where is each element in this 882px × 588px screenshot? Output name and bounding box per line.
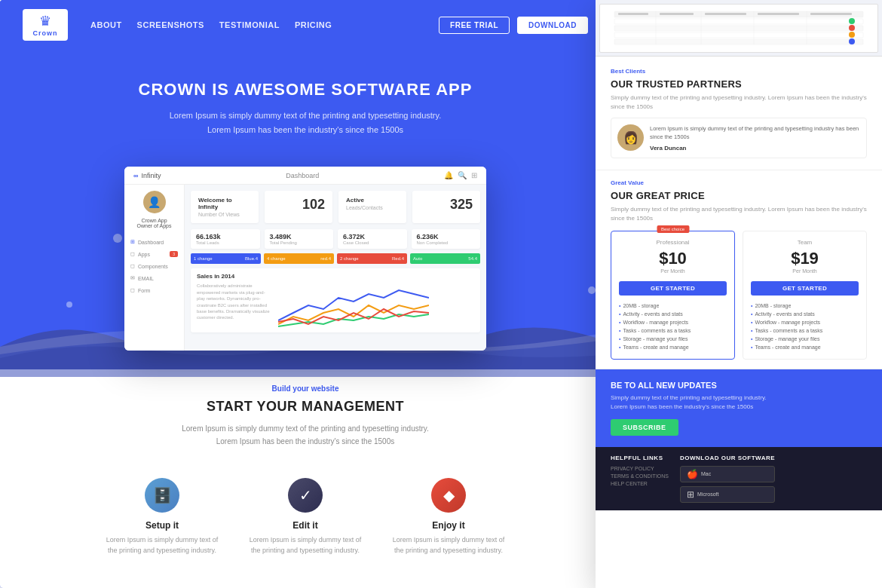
top-preview (596, 0, 882, 57)
hero-subtitle: Lorem Ipsum is simply dummy text of the … (15, 109, 596, 136)
dash-icons: 🔔 🔍 ⊞ (444, 171, 477, 179)
footer-download: DOWNLOAD OUR SOFTWARE 🍎 Mac ⊞ Microsoft (680, 455, 775, 503)
crown-icon: ♛ (39, 13, 51, 29)
chart-content: Collaboratively administrate empowered m… (197, 283, 474, 328)
main-nav: ♛ Crown ABOUT SCREENSHOTS TESTIMONIAL PR… (0, 0, 611, 50)
sidebar-item-form[interactable]: ◻ Form (124, 284, 184, 296)
edit-icon: ✓ (288, 478, 323, 513)
feature-enjoy-desc: Lorem Ipsum is simply dummy text of the … (388, 535, 509, 556)
table-preview-svg (611, 8, 867, 49)
get-started-button-0[interactable]: GET STARTED (619, 281, 727, 296)
footer-link-terms[interactable]: TERMS & CONDITIONS (611, 473, 669, 479)
bottom-tag: Build your website (30, 384, 580, 393)
user-name: Crown AppOwner of Apps (124, 218, 184, 228)
feature-item: Activity - events and stats (751, 310, 859, 318)
feature-setup-title: Setup it (102, 520, 222, 531)
sidebar-item-components[interactable]: ◻ Components (124, 260, 184, 272)
dashboard-screenshot: ∞ Infinity Dashboard 🔔 🔍 ⊞ 👤 Crown AppOw… (124, 167, 486, 351)
screenshot-preview-box (599, 4, 878, 53)
free-trial-button[interactable]: FREE TRIAL (439, 17, 510, 34)
svg-point-15 (849, 25, 855, 31)
pricing-tag: Great Value (611, 179, 867, 186)
pricing-card-professional: Best choice Professional $10 Per Month G… (611, 231, 735, 360)
get-started-button-1[interactable]: GET STARTED (751, 281, 859, 296)
mac-store-btn[interactable]: 🍎 Mac (680, 466, 775, 482)
dash-body: 👤 Crown AppOwner of Apps ⊞ Dashboard ◻ A… (124, 185, 486, 351)
apple-icon: 🍎 (687, 469, 698, 479)
svg-rect-3 (614, 32, 863, 38)
nav-buttons: FREE TRIAL DOWNLOAD (439, 17, 588, 34)
trusted-title: OUR TRUSTED PARTNERS (611, 78, 867, 90)
download-button[interactable]: DOWNLOAD (517, 17, 588, 34)
svg-rect-13 (810, 13, 852, 15)
stats-row: 66.163k Total Leads 3.489K Total Pending… (191, 229, 480, 249)
sidebar-item-email[interactable]: ✉ EMAIL (124, 272, 184, 284)
subscribe-section: BE TO ALL NEW UPDATES Simply dummy text … (596, 369, 882, 447)
app-item-0: 1 changeBlue.4 (191, 253, 261, 264)
dash-brand-icon: ∞ (133, 172, 138, 179)
subscribe-button[interactable]: SUBSCRIBE (611, 419, 678, 436)
feature-item: Teams - create and manage (751, 343, 859, 351)
email-icon: ✉ (130, 275, 135, 281)
pricing-cards: Best choice Professional $10 Per Month G… (611, 231, 867, 360)
logo-text: Crown (33, 29, 58, 37)
stat-card-2: 6.372K Case Closed (338, 229, 407, 249)
search-icon: 🔍 (458, 171, 467, 179)
active-card: Active Leads/Contacts (338, 191, 406, 223)
grid-icon: ⊞ (471, 171, 477, 179)
decorative-dot-3 (588, 286, 596, 294)
plan-period-0: Per Month (619, 268, 727, 274)
hero-section: CROWN IS AWESOME SOFTWARE APP Lorem Ipsu… (0, 50, 611, 152)
bell-icon: 🔔 (444, 171, 453, 179)
nav-links: ABOUT SCREENSHOTS TESTIMONIAL PRICING (90, 20, 439, 29)
svg-rect-1 (614, 19, 863, 24)
feature-item: Tasks - comments as a tasks (751, 326, 859, 335)
windows-icon: ⊞ (687, 489, 694, 500)
bottom-section: Build your website START YOUR MANAGEMENT… (0, 362, 611, 588)
welcome-card: Welcome to Infinity Number Of Views (191, 191, 259, 223)
trusted-desc: Simply dummy text of the printing and ty… (611, 93, 867, 112)
testimonial-avatar: 👩 (617, 124, 644, 151)
footer-section: HELPFUL LINKS PRIVACY POLICY TERMS & CON… (596, 447, 882, 510)
form-icon: ◻ (130, 287, 135, 293)
logo[interactable]: ♛ Crown (23, 9, 68, 41)
bottom-title: START YOUR MANAGEMENT (30, 399, 580, 415)
stat-card-3: 6.236K Non Completed (412, 229, 481, 249)
decorative-dot-1 (113, 234, 122, 243)
footer-link-help[interactable]: HELP CENTER (611, 481, 669, 486)
best-choice-badge: Best choice (657, 225, 689, 233)
pricing-section: Great Value OUR GREAT PRICE Simply dummy… (596, 170, 882, 369)
sidebar-item-apps[interactable]: ◻ Apps 3 (124, 248, 184, 260)
feature-edit: ✓ Edit it Lorem Ipsum is simply dummy te… (245, 478, 366, 556)
microsoft-store-btn[interactable]: ⊞ Microsoft (680, 486, 775, 503)
feature-setup: 🗄️ Setup it Lorem Ipsum is simply dummy … (102, 478, 222, 556)
components-icon: ◻ (130, 263, 135, 269)
testimonial-text: Lorem Ipsum is simply dummy text of the … (650, 124, 860, 142)
feature-enjoy: ◆ Enjoy it Lorem Ipsum is simply dummy t… (388, 478, 509, 556)
chart-area: Sales in 2014 Collaboratively administra… (191, 268, 480, 332)
user-avatar: 👤 (143, 191, 166, 213)
bottom-content: Build your website START YOUR MANAGEMENT… (0, 362, 611, 463)
nav-testimonial[interactable]: TESTIMONIAL (219, 20, 280, 29)
trusted-tag: Best Clients (611, 68, 867, 75)
decorative-dot-2 (66, 302, 72, 308)
nav-screenshots[interactable]: SCREENSHOTS (137, 20, 204, 29)
testimonial-name: Vera Duncan (650, 145, 860, 152)
dash-header: ∞ Infinity Dashboard 🔔 🔍 ⊞ (124, 167, 486, 185)
pricing-features-1: 20MB - storage Activity - events and sta… (751, 302, 859, 351)
diamond-icon: ◆ (431, 478, 466, 513)
apps-icon: ◻ (130, 251, 135, 257)
feature-item: 20MB - storage (619, 302, 727, 310)
dash-brand: ∞ Infinity (133, 172, 161, 179)
feature-item: Teams - create and manage (619, 343, 727, 351)
feature-item: Workflow - manage projects (619, 318, 727, 326)
feature-enjoy-title: Enjoy it (388, 520, 509, 531)
svg-rect-12 (758, 13, 799, 15)
svg-rect-2 (614, 26, 863, 31)
svg-rect-9 (618, 13, 648, 15)
nav-pricing[interactable]: PRICING (295, 20, 332, 29)
sidebar-item-dashboard[interactable]: ⊞ Dashboard (124, 236, 184, 248)
nav-about[interactable]: ABOUT (90, 20, 122, 29)
footer-link-privacy[interactable]: PRIVACY POLICY (611, 466, 669, 471)
plan-period-1: Per Month (751, 268, 859, 274)
